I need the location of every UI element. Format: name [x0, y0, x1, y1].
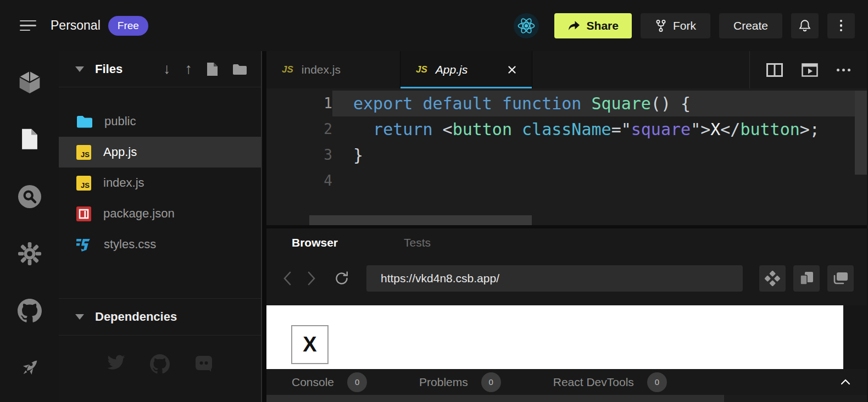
bell-icon	[798, 19, 812, 33]
code-token: ="	[611, 120, 631, 139]
files-panel: Files ↓ ↑ public JS App.js	[59, 51, 262, 402]
react-logo-icon[interactable]	[514, 13, 539, 38]
react-devtools-label: React DevTools	[553, 376, 634, 389]
code-token: "	[691, 120, 700, 139]
plan-badge: Free	[108, 16, 148, 36]
line-number: 2	[266, 116, 332, 142]
code-line[interactable]: 1 export default function Square() {	[266, 91, 867, 116]
download-icon[interactable]: ↓	[163, 62, 171, 76]
kebab-menu-icon	[840, 20, 843, 32]
split-view-icon[interactable]	[766, 63, 783, 77]
close-icon[interactable]	[508, 65, 516, 74]
forward-icon[interactable]	[307, 271, 316, 286]
editor-more-icon[interactable]	[837, 69, 850, 71]
activity-rail	[0, 51, 59, 402]
tab-browser[interactable]: Browser	[292, 236, 338, 249]
file-row-indexjs[interactable]: JS index.js	[59, 168, 261, 198]
upload-icon[interactable]: ↑	[185, 62, 193, 76]
github-icon[interactable]	[150, 354, 170, 374]
dependencies-header: Dependencies	[59, 298, 261, 336]
square-button[interactable]: X	[291, 325, 329, 364]
console-tab[interactable]: Console 0	[292, 372, 367, 392]
folder-icon	[76, 115, 92, 128]
js-file-icon: JS	[76, 145, 91, 160]
line-number: 4	[266, 168, 332, 194]
tab-tests[interactable]: Tests	[404, 236, 431, 249]
code-token: >;	[800, 120, 820, 139]
code-token: Square	[591, 94, 650, 113]
tab-appjs[interactable]: JS App.js	[400, 51, 532, 88]
discord-icon[interactable]	[194, 354, 214, 374]
open-new-window-button[interactable]	[827, 265, 854, 292]
code-line[interactable]: 2 return <button className="square">X</b…	[266, 116, 867, 142]
more-options-button[interactable]	[827, 13, 855, 38]
header-bar: Personal Free Share	[0, 0, 868, 51]
file-row-appjs[interactable]: JS App.js	[59, 137, 261, 168]
file-name: index.js	[103, 176, 144, 190]
code-text	[332, 168, 867, 194]
url-text: https://vkd4n8.csb.app/	[381, 272, 499, 285]
workspace-name[interactable]: Personal	[51, 18, 101, 33]
code-line[interactable]: 3 }	[266, 142, 867, 168]
vertical-scrollbar[interactable]	[855, 91, 867, 175]
react-devtools-tab[interactable]: React DevTools 0	[553, 372, 667, 392]
code-line[interactable]: 4	[266, 168, 867, 194]
code-token: className	[522, 120, 611, 139]
collapse-caret-icon[interactable]	[75, 314, 84, 320]
code-editor[interactable]: 1 export default function Square() { 2 r…	[266, 88, 867, 225]
env-diamonds-button[interactable]	[759, 265, 786, 292]
create-button[interactable]: Create	[719, 13, 782, 38]
file-row-public[interactable]: public	[59, 106, 261, 137]
dependencies-title: Dependencies	[95, 310, 177, 324]
chevron-up-icon[interactable]	[841, 379, 850, 385]
search-icon[interactable]	[17, 184, 42, 209]
file-row-packagejson[interactable]: package.json	[59, 198, 261, 229]
devtools-bar: Console 0 Problems 0 React DevTools 0	[266, 369, 867, 395]
files-title: Files	[95, 62, 123, 76]
tab-label: index.js	[302, 63, 341, 76]
new-folder-icon[interactable]	[232, 63, 247, 75]
social-links	[59, 354, 261, 374]
js-file-icon: JS	[282, 64, 293, 75]
react-devtools-count-badge: 0	[647, 372, 667, 392]
refresh-icon[interactable]	[333, 270, 350, 287]
code-token: button	[453, 120, 522, 139]
file-tree: public JS App.js JS index.js package.js	[59, 87, 261, 260]
preview-window-icon[interactable]	[802, 63, 818, 77]
files-header: Files ↓ ↑	[59, 51, 261, 87]
js-file-icon: JS	[76, 176, 91, 191]
devices-icon	[799, 271, 814, 286]
file-name: package.json	[103, 206, 175, 221]
problems-label: Problems	[419, 376, 468, 389]
tab-indexjs[interactable]: JS index.js	[266, 51, 400, 88]
share-button[interactable]: Share	[554, 13, 632, 38]
menu-icon[interactable]	[20, 20, 36, 31]
new-file-icon[interactable]	[207, 62, 218, 76]
preview-pane: X	[266, 305, 867, 369]
tab-label: App.js	[436, 63, 468, 76]
problems-tab[interactable]: Problems 0	[419, 372, 501, 392]
settings-gear-icon[interactable]	[17, 241, 42, 266]
horizontal-scrollbar[interactable]	[309, 215, 532, 225]
url-bar[interactable]: https://vkd4n8.csb.app/	[366, 265, 743, 292]
code-token: export default function	[353, 94, 591, 113]
panel-divider[interactable]	[262, 51, 266, 402]
explorer-file-icon[interactable]	[17, 127, 42, 152]
collapse-caret-icon[interactable]	[75, 66, 84, 72]
create-label: Create	[733, 19, 768, 32]
deploy-rocket-icon[interactable]	[17, 355, 42, 381]
twitter-icon[interactable]	[106, 354, 126, 374]
responsive-devices-button[interactable]	[793, 265, 820, 292]
github-icon[interactable]	[17, 298, 42, 323]
line-number: 1	[266, 91, 332, 116]
sandbox-info-cube-icon[interactable]	[17, 70, 42, 95]
console-label: Console	[292, 376, 334, 389]
devtools-scrollbar[interactable]	[266, 395, 867, 402]
fork-icon	[655, 19, 667, 32]
code-token: button	[740, 120, 799, 139]
notifications-button[interactable]	[791, 13, 819, 38]
file-row-stylescss[interactable]: styles.css	[59, 229, 261, 260]
back-icon[interactable]	[283, 271, 292, 286]
fork-button[interactable]: Fork	[641, 13, 710, 38]
code-token: X	[710, 120, 720, 139]
